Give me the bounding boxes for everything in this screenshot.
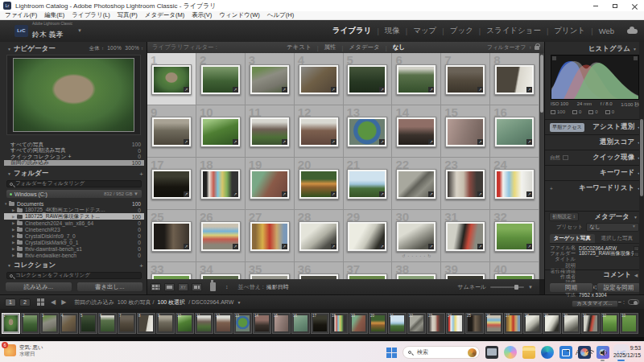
toolbar-options-icon[interactable]: ▼ (528, 285, 533, 290)
filter-option-4[interactable]: なし (387, 43, 411, 51)
start-button[interactable] (386, 348, 397, 358)
arrow-badge-icon[interactable]: ↗ (233, 87, 238, 93)
filmstrip-thumbnail-8[interactable]: 8 (137, 313, 155, 334)
module-5[interactable]: スライドショー (481, 26, 547, 36)
filmstrip-thumbnail-26[interactable]: 26 (485, 313, 503, 334)
grid-cell-23[interactable]: 23↗ (441, 158, 490, 210)
filter-option-1[interactable]: テキスト (281, 43, 317, 51)
import-button[interactable]: 読み込み... (5, 282, 72, 292)
filmstrip-thumbnail-3[interactable]: 3 (40, 313, 59, 334)
add-folder-button[interactable]: + (139, 171, 143, 178)
grid-cell-34[interactable]: 34↗ (196, 262, 246, 279)
navigator-panel-header[interactable]: ▼ ナビゲーター 全体 ↕ 100% 300% ↕ (5, 44, 143, 53)
photo-thumbnail[interactable]: ↗ (494, 169, 535, 200)
photo-thumbnail[interactable]: ↗ (347, 221, 387, 252)
lock-icon[interactable] (535, 46, 539, 50)
photo-thumbnail[interactable]: ↗ (396, 64, 436, 95)
filmstrip-thumbnail-16[interactable]: 16 (291, 313, 310, 334)
filmstrip-thumbnail-5[interactable]: 5 (79, 313, 97, 334)
photo-thumbnail[interactable]: ↗ (151, 274, 192, 279)
menu-item-表[interactable]: 表示(V) (192, 11, 212, 19)
filmstrip-thumbnail-28[interactable]: 28 (523, 313, 542, 334)
photo-thumbnail[interactable]: ↗ (151, 64, 192, 95)
photo-thumbnail[interactable]: ↗ (299, 64, 339, 95)
photo-thumbnail[interactable]: ↗ (347, 117, 387, 147)
sort-direction-icon[interactable]: ↕ (225, 284, 229, 290)
folder-row[interactable]: ▶180725_RAW画像現像テスト...100 (4, 213, 144, 220)
arrow-badge-icon[interactable]: ↗ (184, 191, 189, 197)
arrow-badge-icon[interactable]: ↗ (282, 244, 287, 249)
photo-thumbnail[interactable]: ↗ (494, 117, 535, 147)
shadow-clipping-icon[interactable] (552, 56, 556, 60)
module-2[interactable]: 現像 (379, 26, 406, 36)
arrow-badge-icon[interactable]: ↗ (282, 87, 287, 93)
filmstrip-thumbnail-2[interactable]: 2 (21, 313, 39, 334)
folder-row[interactable]: ▶CinebenchR230 (4, 226, 144, 232)
photo-thumbnail[interactable]: ↗ (347, 274, 387, 279)
secondary-monitor-button[interactable]: 2 (19, 298, 31, 306)
photo-thumbnail[interactable]: ↗ (151, 221, 192, 252)
export-button[interactable]: 書き出し... (76, 282, 144, 292)
arrow-badge-icon[interactable]: ↗ (379, 139, 385, 145)
arrow-badge-icon[interactable]: ↗ (184, 87, 189, 93)
customize-button[interactable]: カスタマイズ... (572, 300, 618, 307)
filter-option-2[interactable]: 属性 (319, 43, 342, 51)
filmstrip-thumbnail-30[interactable]: 30 (562, 313, 580, 334)
widgets-taskbar-icon[interactable] (485, 346, 498, 359)
arrow-badge-icon[interactable]: ↗ (428, 191, 434, 197)
photo-thumbnail[interactable]: ↗ (396, 117, 436, 147)
filter-option-3[interactable]: メタデータ (344, 43, 386, 51)
arrow-badge-icon[interactable]: ↗ (477, 139, 483, 145)
add-collection-button[interactable]: + (139, 262, 143, 269)
grid-cell-10[interactable]: 10↗ (196, 105, 246, 158)
grid-cell-8[interactable]: 8↗ (490, 53, 539, 105)
panel-header-5[interactable]: +キーワードリスト◀ (545, 180, 644, 195)
filmstrip-thumbnail-24[interactable]: 24 (446, 313, 464, 334)
grid-cell-12[interactable]: 12↗ (295, 105, 344, 158)
photo-thumbnail[interactable]: ↗ (347, 169, 387, 200)
grid-cell-38[interactable]: 38↗ (392, 262, 441, 279)
photo-thumbnail[interactable]: ↗ (396, 169, 436, 200)
filmstrip-thumbnail-12[interactable]: 12 (214, 313, 233, 334)
filmstrip-thumbnail-11[interactable]: 11 (195, 313, 213, 334)
arrow-badge-icon[interactable]: ↗ (526, 191, 532, 197)
metadata-action-icon[interactable]: → (634, 252, 639, 257)
taskbar-search-input[interactable]: 検索 (402, 346, 480, 359)
photo-thumbnail[interactable]: ↗ (200, 117, 241, 147)
sync-button[interactable]: 同期 (549, 282, 593, 293)
arrow-badge-icon[interactable]: ↗ (477, 244, 483, 249)
arrow-badge-icon[interactable]: ↗ (379, 87, 385, 93)
sync-settings-button[interactable]: 設定を同期 (597, 282, 641, 293)
grid-cell-4[interactable]: 4↗ (295, 53, 344, 105)
grid-cell-16[interactable]: 16↗ (490, 105, 539, 158)
arrow-badge-icon[interactable]: ↗ (526, 87, 532, 93)
arrow-badge-icon[interactable]: ↗ (233, 191, 238, 197)
histogram-panel-header[interactable]: ヒストグラム ▼ (548, 44, 639, 53)
grid-cell-6[interactable]: 6↗ (392, 53, 441, 105)
metadata-view-dropdown[interactable]: 初期設定 ↕ (549, 212, 579, 221)
loupe-view-icon[interactable] (164, 283, 175, 291)
arrow-badge-icon[interactable]: ↗ (477, 191, 483, 197)
grid-cell-13[interactable]: 13↗ (344, 105, 393, 158)
grid-cell-30[interactable]: 30↗↺ ・・・・・ ↻ (392, 210, 441, 262)
photo-thumbnail[interactable]: ↗ (200, 169, 241, 200)
photo-thumbnail[interactable]: ↗ (299, 169, 339, 200)
photo-thumbnail[interactable]: ↗ (200, 64, 241, 95)
metadata-tab-2[interactable]: 選択した写真 (595, 234, 640, 243)
filmstrip-thumbnail-25[interactable]: 25 (465, 313, 484, 334)
rating-rotate-controls[interactable]: ↺ ・・・・・ ↻ (392, 253, 440, 258)
filmstrip-thumbnail-32[interactable]: 32 (601, 313, 619, 334)
grid-cell-18[interactable]: 18↗ (196, 158, 246, 210)
photo-thumbnail[interactable]: ↗ (299, 221, 339, 252)
arrow-badge-icon[interactable]: ↗ (233, 139, 238, 145)
grid-cell-15[interactable]: 15↗ (441, 105, 490, 158)
arrow-badge-icon[interactable]: ↗ (184, 244, 189, 249)
photo-thumbnail[interactable]: ↗ (494, 64, 535, 95)
grid-cell-2[interactable]: 2↗ (196, 53, 246, 105)
photo-thumbnail[interactable]: ↗ (445, 169, 485, 200)
filmstrip-thumbnail-13[interactable]: 13 (233, 313, 252, 334)
arrow-badge-icon[interactable]: ↗ (526, 244, 532, 249)
photo-thumbnail[interactable]: ↗ (151, 169, 192, 200)
grid-view-shortcut-icon[interactable] (37, 298, 45, 306)
grid-cell-40[interactable]: 40↗ (490, 262, 539, 279)
